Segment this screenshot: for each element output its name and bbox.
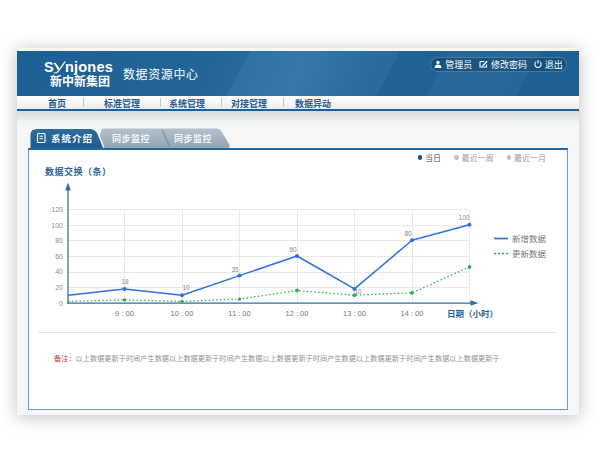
svg-text:14 : 00: 14 : 00 [401, 307, 424, 318]
svg-text:60: 60 [55, 251, 63, 261]
svg-text:日期（小时）: 日期（小时） [447, 307, 498, 319]
svg-text:9 : 00: 9 : 00 [115, 307, 134, 318]
svg-text:18: 18 [121, 276, 129, 286]
svg-text:同步监控: 同步监控 [174, 132, 212, 145]
svg-text:12 : 00: 12 : 00 [286, 307, 309, 318]
svg-text:100: 100 [51, 220, 63, 230]
svg-text:80: 80 [55, 235, 63, 245]
svg-text:11 : 00: 11 : 00 [228, 307, 250, 318]
svg-text:35: 35 [231, 264, 239, 274]
svg-text:120: 120 [51, 204, 63, 214]
svg-text:40: 40 [55, 266, 63, 276]
svg-text:10: 10 [354, 286, 362, 296]
svg-text:0: 0 [59, 298, 63, 308]
svg-text:更新数据: 更新数据 [512, 247, 547, 259]
svg-text:10: 10 [182, 282, 190, 292]
svg-text:同步监控: 同步监控 [112, 132, 150, 145]
svg-text:80: 80 [404, 228, 412, 238]
svg-text:20: 20 [55, 282, 63, 292]
svg-text:系统介绍: 系统介绍 [51, 131, 93, 145]
svg-text:10 : 00: 10 : 00 [171, 307, 194, 318]
svg-text:60: 60 [289, 244, 297, 254]
svg-text:新增数据: 新增数据 [512, 232, 547, 244]
svg-text:100: 100 [459, 212, 470, 222]
svg-text:13 : 00: 13 : 00 [343, 307, 366, 318]
